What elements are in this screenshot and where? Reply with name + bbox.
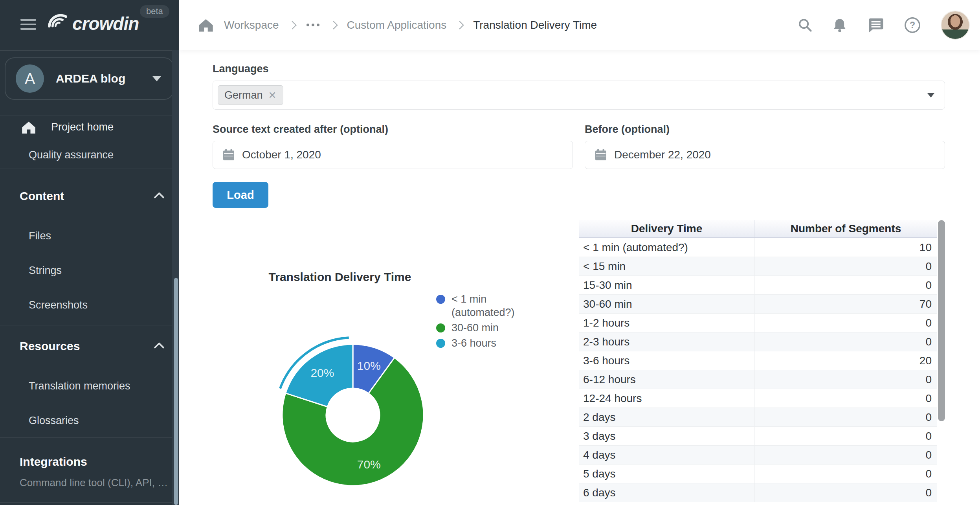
calendar-icon bbox=[223, 149, 234, 161]
table-row: 5 days0 bbox=[579, 465, 937, 483]
before-date-input[interactable]: December 22, 2020 bbox=[585, 141, 945, 169]
notifications-bell-icon[interactable] bbox=[832, 18, 847, 33]
help-icon[interactable]: ? bbox=[904, 17, 921, 34]
donut-chart[interactable]: 10%70%20% bbox=[270, 332, 435, 498]
legend-label: 30-60 min bbox=[451, 321, 499, 334]
table-header: Delivery Time Number of Segments bbox=[579, 220, 937, 238]
remove-tag-icon[interactable]: ✕ bbox=[268, 90, 277, 101]
table-row: 1-2 hours0 bbox=[579, 314, 937, 332]
delivery-time-cell: 12-24 hours bbox=[579, 389, 754, 408]
home-icon bbox=[21, 120, 36, 134]
user-avatar[interactable] bbox=[941, 11, 970, 40]
delivery-time-cell: 5 days bbox=[579, 465, 754, 483]
table-row: < 1 min (automated?)10 bbox=[579, 238, 937, 257]
slice-percent-label: 70% bbox=[357, 458, 381, 471]
table-row: 4 days0 bbox=[579, 446, 937, 465]
delivery-time-cell: 2-3 hours bbox=[579, 332, 754, 351]
load-button[interactable]: Load bbox=[213, 182, 268, 208]
table-row: 6 days0 bbox=[579, 483, 937, 502]
crowdin-app: crowdin beta A ARDEA blog Project home Q… bbox=[0, 0, 980, 505]
delivery-time-cell: 15-30 min bbox=[579, 276, 754, 294]
chevron-up-icon bbox=[154, 342, 164, 349]
divider bbox=[0, 116, 172, 116]
legend-item[interactable]: 30-60 min bbox=[436, 321, 515, 334]
segments-count-cell: 0 bbox=[754, 389, 937, 408]
svg-text:?: ? bbox=[910, 20, 915, 30]
table-scrollbar-thumb[interactable] bbox=[938, 220, 945, 421]
legend-item[interactable]: < 1 min(automated?) bbox=[436, 292, 515, 319]
after-date-value: October 1, 2020 bbox=[242, 149, 321, 161]
breadcrumb-custom-applications[interactable]: Custom Applications bbox=[347, 19, 447, 31]
segments-count-cell: 0 bbox=[754, 276, 937, 294]
table-scrollbar-track[interactable] bbox=[938, 220, 945, 505]
sidebar-item-glossaries[interactable]: Glossaries bbox=[29, 414, 79, 427]
delivery-time-cell: 30-60 min bbox=[579, 295, 754, 313]
languages-select[interactable]: German ✕ bbox=[213, 81, 945, 110]
topbar-actions: ? bbox=[798, 11, 970, 40]
divider bbox=[0, 169, 172, 169]
slice-percent-label: 20% bbox=[310, 366, 334, 379]
table-row: 12-24 hours0 bbox=[579, 389, 937, 408]
chart-legend: < 1 min(automated?)30-60 min3-6 hours bbox=[436, 292, 515, 350]
divider bbox=[0, 502, 172, 503]
breadcrumb-workspace[interactable]: Workspace bbox=[224, 19, 279, 31]
table-row: 6-12 hours0 bbox=[579, 370, 937, 389]
sidebar-item-translation-memories[interactable]: Translation memories bbox=[29, 379, 130, 393]
crowdin-logo[interactable]: crowdin bbox=[46, 12, 139, 35]
after-date-input[interactable]: October 1, 2020 bbox=[213, 141, 573, 169]
delivery-time-cell: 6-12 hours bbox=[579, 370, 754, 389]
sidebar-scrollbar-thumb[interactable] bbox=[174, 278, 178, 505]
breadcrumb-current-page: Translation Delivery Time bbox=[473, 19, 597, 31]
segments-count-cell: 10 bbox=[754, 238, 937, 257]
sidebar-item-integrations-sub[interactable]: Command line tool (CLI), API, … bbox=[20, 476, 168, 489]
segments-count-cell: 0 bbox=[754, 427, 937, 445]
after-date-label: Source text created after (optional) bbox=[213, 123, 388, 136]
select-caret-icon bbox=[927, 93, 934, 97]
table-row: 2 days0 bbox=[579, 408, 937, 427]
legend-dot-icon bbox=[436, 295, 445, 304]
sidebar-section-content[interactable]: Content bbox=[20, 189, 64, 203]
segments-count-cell: 0 bbox=[754, 483, 937, 502]
column-header-number-of-segments: Number of Segments bbox=[754, 220, 937, 237]
crowdin-logo-icon bbox=[46, 12, 69, 35]
divider bbox=[0, 325, 172, 325]
sidebar-section-resources[interactable]: Resources bbox=[20, 339, 80, 353]
sidebar-item-project-home[interactable]: Project home bbox=[51, 120, 114, 134]
search-icon[interactable] bbox=[798, 18, 813, 33]
divider bbox=[0, 141, 172, 141]
project-selector[interactable]: A ARDEA blog bbox=[5, 57, 174, 100]
segments-count-cell: 0 bbox=[754, 370, 937, 389]
sidebar-section-integrations[interactable]: Integrations bbox=[20, 455, 87, 469]
segments-count-cell: 0 bbox=[754, 408, 937, 426]
sidebar-item-screenshots[interactable]: Screenshots bbox=[29, 298, 88, 312]
divider bbox=[0, 437, 172, 438]
delivery-time-cell: 1-2 hours bbox=[579, 314, 754, 332]
breadcrumb-ellipsis[interactable] bbox=[306, 21, 320, 29]
chevron-right-icon bbox=[455, 20, 464, 29]
sidebar-item-files[interactable]: Files bbox=[29, 229, 51, 242]
legend-item[interactable]: 3-6 hours bbox=[436, 336, 515, 350]
delivery-time-cell: 6 days bbox=[579, 483, 754, 502]
legend-label: < 1 min(automated?) bbox=[451, 292, 515, 319]
language-tag[interactable]: German ✕ bbox=[218, 85, 283, 105]
segments-count-cell: 0 bbox=[754, 446, 937, 464]
messages-chat-icon[interactable] bbox=[867, 17, 884, 33]
chevron-right-icon bbox=[288, 20, 297, 29]
calendar-icon bbox=[595, 149, 606, 161]
crowdin-logo-text: crowdin bbox=[72, 13, 139, 34]
table-row: 30-60 min70 bbox=[579, 295, 937, 314]
legend-dot-icon bbox=[436, 323, 445, 332]
hamburger-menu-icon[interactable] bbox=[20, 19, 36, 31]
chevron-right-icon bbox=[329, 20, 338, 29]
column-header-delivery-time: Delivery Time bbox=[579, 220, 754, 237]
project-avatar: A bbox=[16, 64, 44, 93]
table-row: 3-6 hours20 bbox=[579, 351, 937, 370]
table-body: < 1 min (automated?)10< 15 min015-30 min… bbox=[579, 238, 937, 502]
home-icon[interactable] bbox=[198, 18, 214, 33]
sidebar-item-strings[interactable]: Strings bbox=[29, 264, 62, 277]
slice-percent-label: 10% bbox=[357, 359, 381, 372]
delivery-time-cell: 4 days bbox=[579, 446, 754, 464]
segments-count-cell: 0 bbox=[754, 332, 937, 351]
before-date-value: December 22, 2020 bbox=[614, 149, 711, 161]
sidebar-item-quality-assurance[interactable]: Quality assurance bbox=[29, 148, 114, 162]
